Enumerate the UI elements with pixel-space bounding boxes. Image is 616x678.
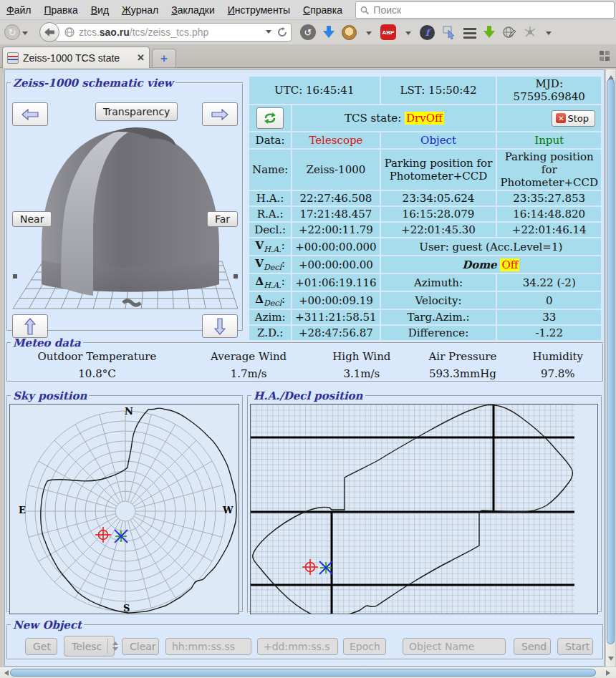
hadecl-plot[interactable] xyxy=(250,404,598,614)
url-dropdown-icon[interactable] xyxy=(266,30,271,37)
select-spinner-icon xyxy=(107,639,118,654)
ra-input[interactable] xyxy=(165,638,251,655)
scroll-left-icon[interactable] xyxy=(1,670,9,676)
down-arrow-icon xyxy=(214,317,226,336)
greasemonkey-menu-icon[interactable] xyxy=(366,32,372,38)
extension-menu-icon[interactable] xyxy=(546,32,552,38)
object-header: Object xyxy=(381,132,496,148)
telescope-header: Telescope xyxy=(292,132,379,148)
utc-cell: UTC: 16:45:41 xyxy=(249,77,380,104)
resize-handle-left[interactable] xyxy=(13,274,17,279)
name-row: Name: Zeiss-1000 Parking position for Ph… xyxy=(249,150,601,190)
menu-help[interactable]: Справка xyxy=(297,1,349,19)
horizontal-scrollbar[interactable] xyxy=(0,667,616,678)
transparency-button[interactable]: Transparency xyxy=(95,102,178,121)
near-button[interactable]: Near xyxy=(12,211,52,227)
vdecl-row: VDecl: +00:00:00.00 Dome Off xyxy=(249,256,601,273)
adblock-icon[interactable]: ABP xyxy=(380,24,396,40)
velocity-value: 0 xyxy=(497,292,601,309)
menu-bookmarks[interactable]: Закладки xyxy=(165,1,221,19)
rotate-right-button[interactable] xyxy=(202,102,238,126)
tilt-up-button[interactable] xyxy=(12,314,48,338)
clear-button[interactable]: Clear xyxy=(122,638,159,655)
vha-label: VH.A.: xyxy=(249,238,291,255)
object-name-input[interactable] xyxy=(403,638,506,655)
new-tab-button[interactable]: + xyxy=(152,49,176,68)
meteo-legend: Meteo data xyxy=(11,336,83,349)
ra-object: 16:15:28.079 xyxy=(381,207,496,221)
search-input[interactable] xyxy=(373,4,610,16)
history-icon[interactable]: ↺ xyxy=(300,24,316,40)
scroll-right-icon[interactable] xyxy=(606,670,613,676)
back-arrow-icon xyxy=(44,28,54,37)
tab-close-icon[interactable]: ✕ xyxy=(137,52,145,63)
object-name: Parking position for Photometer+CCD xyxy=(381,150,496,190)
scroll-down-icon[interactable] xyxy=(608,657,614,664)
telescope-select[interactable]: Telesc xyxy=(64,636,115,657)
meteo-humidity: Humidity97.8% xyxy=(513,350,602,380)
tilt-down-button[interactable] xyxy=(202,314,238,338)
adblock-menu-icon[interactable] xyxy=(405,32,411,38)
ha-object: 23:34:05.624 xyxy=(381,191,496,205)
tab-title: Zeiss-1000 TCS state xyxy=(23,52,133,64)
browser-search-box[interactable] xyxy=(355,1,615,19)
menu-file[interactable]: Файл xyxy=(0,1,37,19)
meteo-average-wind: Average Wind1.7m/s xyxy=(186,350,311,380)
download-arrow-icon[interactable] xyxy=(323,26,335,39)
resize-handle-right[interactable] xyxy=(234,274,238,279)
flashblock-icon[interactable]: f xyxy=(420,25,435,40)
menu-icon[interactable] xyxy=(463,28,476,30)
menu-history[interactable]: Журнал xyxy=(115,1,165,19)
rotate-left-button[interactable] xyxy=(12,102,48,126)
search-icon xyxy=(360,6,369,15)
start-button[interactable]: Start xyxy=(557,638,593,655)
menu-edit[interactable]: Правка xyxy=(37,1,84,19)
dha-value: +01:06:19.116 xyxy=(292,274,379,291)
horizontal-scrollbar-thumb[interactable] xyxy=(10,669,596,677)
far-button[interactable]: Far xyxy=(207,211,238,227)
pointer-tool-icon[interactable] xyxy=(442,25,456,39)
tab-groups-icon[interactable] xyxy=(600,51,610,62)
get-button[interactable]: Get xyxy=(25,638,57,655)
input-header: Input xyxy=(497,132,601,148)
extension-icon[interactable] xyxy=(524,26,536,39)
url-text: ztcs.sao.ru/tcs/zeiss_tcs.php xyxy=(79,26,259,38)
dha-row: ΔH.A.: +01:06:19.116 Azimuth: 34.22 (-2) xyxy=(249,274,601,291)
back-button[interactable] xyxy=(39,22,59,42)
dec-input[interactable] xyxy=(257,638,338,655)
refresh-button[interactable] xyxy=(256,107,284,129)
input-name: Parking position for Photometer+CCD xyxy=(497,150,601,190)
telescope-select-value: Telesc xyxy=(72,641,102,652)
greasemonkey-icon[interactable] xyxy=(342,25,357,40)
right-arrow-icon xyxy=(211,109,229,120)
sky-plot[interactable]: N S E W xyxy=(9,404,239,614)
schematic-legend: Zeiss-1000 schematic view xyxy=(11,77,175,89)
menu-tools[interactable]: Инструменты xyxy=(221,1,297,19)
session-restore-icon[interactable]: ↻ xyxy=(4,24,20,40)
stop-button[interactable]: ✕ Stop xyxy=(552,110,595,127)
web-edit-icon[interactable] xyxy=(502,25,516,39)
name-label: Name: xyxy=(249,150,291,190)
user-info: User: guest (Acc.Level=1) xyxy=(381,238,601,255)
ddecl-row: ΔDecl: +00:00:09.19 Velocity: 0 xyxy=(249,292,601,309)
azim-value: +311:21:58.51 xyxy=(292,310,379,324)
send-button[interactable]: Send xyxy=(514,638,551,655)
reload-icon[interactable] xyxy=(277,27,287,37)
refresh-icon xyxy=(263,112,277,125)
left-arrow-icon xyxy=(21,109,39,120)
vertical-scrollbar[interactable] xyxy=(605,69,615,667)
vertical-scrollbar-thumb[interactable] xyxy=(607,79,615,644)
tab-zeiss-tcs[interactable]: Zeiss-1000 TCS state ✕ xyxy=(2,47,150,68)
meteo-air-pressure: Air Pressure593.3mmHg xyxy=(412,350,513,380)
chevron-down-icon[interactable] xyxy=(22,32,28,38)
compass-south: S xyxy=(123,603,130,614)
up-arrow-icon xyxy=(24,317,36,336)
mjd-cell: MJD: 57595.69840 xyxy=(497,77,601,104)
menu-view[interactable]: Вид xyxy=(85,1,115,19)
data-label: Data: xyxy=(249,132,291,148)
azimuth-label: Azimuth: xyxy=(381,274,496,291)
downloads-icon[interactable] xyxy=(483,26,495,39)
epoch-input[interactable] xyxy=(343,638,386,655)
url-bar[interactable]: ztcs.sao.ru/tcs/zeiss_tcs.php xyxy=(55,23,292,42)
browser-menubar: Файл Правка Вид Журнал Закладки Инструме… xyxy=(0,0,616,20)
